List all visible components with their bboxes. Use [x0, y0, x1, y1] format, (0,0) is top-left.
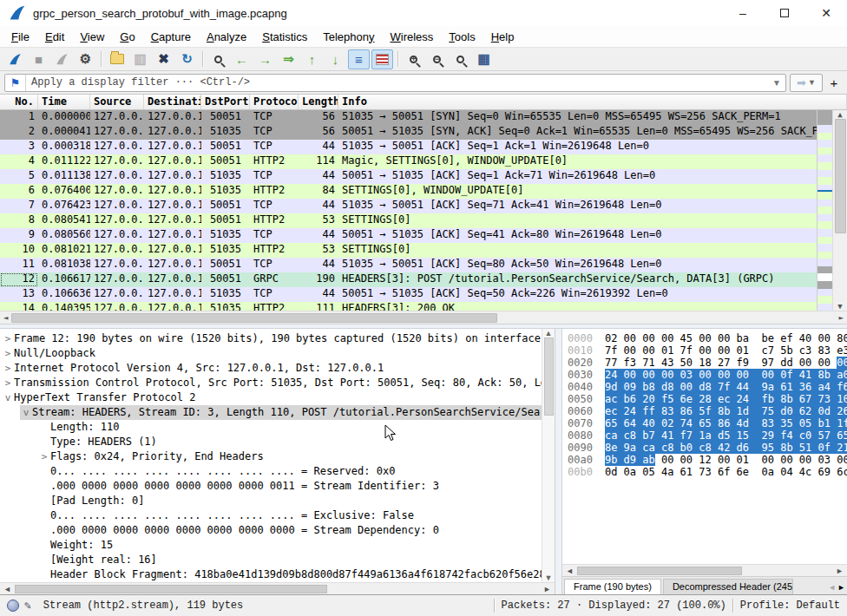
expert-info-icon[interactable] [7, 600, 19, 612]
hex-row-0010[interactable]: 00107f 00 00 01 7f 00 00 01 c7 5b c3 83 … [568, 344, 847, 357]
zoom-reset-icon[interactable] [450, 49, 471, 69]
menu-item-help[interactable]: Help [483, 29, 522, 45]
menu-item-view[interactable]: View [72, 29, 112, 45]
scroll-left-icon[interactable]: ◄ [0, 313, 11, 322]
details-scroll-right-icon[interactable]: ► [540, 585, 555, 593]
resize-columns-icon[interactable]: ▦ [473, 49, 495, 69]
column-header-destination[interactable]: Destination [144, 95, 201, 109]
scroll-up-icon[interactable]: ▲ [834, 110, 845, 119]
packet-list-vscrollbar[interactable]: ▲ ▼ [832, 110, 847, 311]
start-capture-fin-icon[interactable] [4, 49, 26, 69]
details-scroll-down-icon[interactable]: ▼ [545, 573, 553, 582]
hex-row-0040[interactable]: 00409d 09 b8 d8 00 d8 7f 44 9a 61 36 a4 … [568, 381, 847, 393]
detail-line[interactable]: >Internet Protocol Version 4, Src: 127.0… [0, 361, 542, 376]
detail-line[interactable]: vHyperText Transfer Protocol 2 [0, 390, 542, 405]
tab-frame-bytes[interactable]: Frame (190 bytes) [564, 579, 661, 594]
expand-icon[interactable]: > [2, 331, 14, 346]
menu-item-analyze[interactable]: Analyze [199, 29, 254, 45]
detail-line[interactable]: 0... .... .... .... .... .... .... .... … [0, 464, 542, 479]
bookmark-icon[interactable]: ⚑ [5, 75, 26, 91]
menu-item-tools[interactable]: Tools [441, 29, 483, 45]
scroll-right-icon[interactable]: ► [836, 313, 847, 322]
packet-row-7[interactable]: 70.076423127.0.0.1127.0.0.150051TCP44510… [0, 199, 817, 213]
detail-line[interactable]: [Weight real: 16] [0, 553, 542, 567]
detail-line[interactable]: >Null/Loopback [0, 346, 542, 361]
hscroll-thumb[interactable] [11, 313, 497, 323]
expand-icon[interactable]: > [38, 449, 50, 464]
menu-item-edit[interactable]: Edit [37, 29, 72, 45]
packet-row-12[interactable]: 120.106617127.0.0.1127.0.0.150051GRPC190… [0, 272, 817, 287]
detail-line[interactable]: .000 0000 0000 0000 0000 0000 0000 0000 … [0, 523, 542, 538]
hex-row-00a0[interactable]: 00a09b d9 ab 00 00 12 00 01 00 00 00 03 … [568, 454, 847, 466]
detail-line[interactable]: >Transmission Control Protocol, Src Port… [0, 376, 542, 390]
capture-comment-icon[interactable]: ✎ [24, 599, 31, 613]
capture-options-icon[interactable]: ⚙ [75, 49, 96, 69]
collapse-icon[interactable]: v [20, 405, 32, 420]
details-vscrollbar[interactable]: ▲ ▼ [542, 329, 555, 582]
zoom-out-icon[interactable]: − [426, 49, 448, 69]
colorize-icon[interactable] [371, 49, 393, 69]
tab-scroll-left-icon[interactable]: ◄ [828, 583, 836, 592]
packet-row-6[interactable]: 60.076400127.0.0.1127.0.0.151035HTTP284S… [0, 184, 817, 199]
hex-row-0000[interactable]: 000002 00 00 00 45 00 00 ba be ef 40 00 … [568, 332, 847, 344]
find-packet-icon[interactable] [207, 49, 229, 69]
menu-item-go[interactable]: Go [112, 29, 142, 45]
detail-line[interactable]: vStream: HEADERS, Stream ID: 3, Length 1… [0, 405, 542, 420]
hex-row-0050[interactable]: 0050ac b6 20 f5 6e 28 ec 24 fb 8b 67 73 … [568, 393, 847, 405]
packet-list-hscrollbar[interactable]: ◄ ► [0, 311, 847, 324]
vscroll-thumb[interactable] [835, 119, 846, 233]
packet-row-4[interactable]: 40.011122127.0.0.1127.0.0.150051HTTP2114… [0, 154, 817, 169]
filter-history-icon[interactable]: ▼ [808, 78, 816, 87]
tab-scroll-right-icon[interactable]: ► [837, 583, 845, 592]
details-scroll-up-icon[interactable]: ▲ [545, 329, 553, 337]
packet-row-13[interactable]: 130.106636127.0.0.1127.0.0.151035TCP4450… [0, 287, 817, 302]
open-file-icon[interactable] [106, 49, 128, 69]
scroll-down-icon[interactable]: ▼ [834, 302, 845, 311]
packet-row-1[interactable]: 10.000000127.0.0.1127.0.0.150051TCP56510… [0, 110, 817, 125]
detail-line[interactable]: .000 0000 0000 0000 0000 0000 0000 0011 … [0, 479, 542, 494]
bytes-hscroll-thumb[interactable] [577, 567, 742, 575]
hex-row-0080[interactable]: 0080ca c8 b7 41 f7 1a d5 15 29 f4 c0 57 … [568, 429, 847, 442]
minimize-button[interactable]: – [722, 0, 764, 26]
packet-row-8[interactable]: 80.080541127.0.0.1127.0.0.150051HTTP253S… [0, 213, 817, 228]
detail-line[interactable]: >Flags: 0x24, Priority, End Headers [0, 449, 542, 464]
details-vscroll-thumb[interactable] [544, 337, 554, 416]
bytes-hscrollbar[interactable]: ◄ ► [562, 564, 847, 576]
column-header-length[interactable]: Length [299, 95, 338, 109]
zoom-in-icon[interactable]: + [403, 49, 424, 69]
menu-item-telephony[interactable]: Telephony [315, 29, 382, 45]
filter-dropdown-icon[interactable]: ▼ [768, 78, 785, 88]
detail-line[interactable]: Length: 110 [0, 420, 542, 435]
details-hscroll-thumb[interactable] [15, 585, 327, 593]
detail-line[interactable]: Type: HEADERS (1) [0, 435, 542, 449]
menu-item-wireless[interactable]: Wireless [383, 29, 442, 45]
add-filter-button[interactable]: + [825, 75, 843, 90]
column-header-info[interactable]: Info [338, 95, 847, 109]
status-profile[interactable]: Profile: Default [740, 600, 840, 612]
menu-item-capture[interactable]: Capture [143, 29, 199, 45]
packet-row-3[interactable]: 30.000318127.0.0.1127.0.0.150051TCP44510… [0, 140, 817, 154]
stop-capture-icon[interactable]: ■ [28, 49, 49, 69]
expand-icon[interactable]: > [2, 376, 14, 390]
column-header-dstport[interactable]: DstPort [201, 95, 250, 109]
packet-row-9[interactable]: 90.080560127.0.0.1127.0.0.151035TCP44500… [0, 228, 817, 243]
restart-capture-icon[interactable] [51, 49, 73, 69]
hex-row-0030[interactable]: 003024 00 00 00 03 00 00 00 00 0f 41 8b … [568, 369, 847, 381]
detail-line[interactable]: [Pad Length: 0] [0, 494, 542, 508]
packet-row-11[interactable]: 110.081038127.0.0.1127.0.0.150051TCP4451… [0, 258, 817, 272]
save-file-icon[interactable]: ▥ [129, 49, 151, 69]
close-file-icon[interactable]: ✖ [153, 49, 174, 69]
details-scroll-left-icon[interactable]: ◄ [0, 585, 15, 593]
column-header-time[interactable]: Time [38, 95, 90, 109]
hex-row-00b0[interactable]: 00b00d 0a 05 4a 61 73 6f 6e 0a 04 4c 69 … [568, 466, 847, 478]
column-header-no[interactable]: No. [0, 95, 38, 109]
collapse-icon[interactable]: v [2, 390, 14, 405]
maximize-button[interactable] [764, 0, 805, 26]
go-forward-icon[interactable]: → [254, 49, 276, 69]
packet-row-5[interactable]: 50.011138127.0.0.1127.0.0.151035TCP44500… [0, 169, 817, 184]
display-filter-input[interactable]: ⚑ Apply a display filter ··· <Ctrl-/> ▼ [4, 74, 786, 92]
auto-scroll-icon[interactable]: ≡ [348, 49, 370, 69]
go-back-icon[interactable]: ← [231, 49, 253, 69]
expand-icon[interactable]: > [2, 361, 14, 376]
hex-row-0070[interactable]: 007065 64 40 02 74 65 86 4d 83 35 05 b1 … [568, 417, 847, 429]
